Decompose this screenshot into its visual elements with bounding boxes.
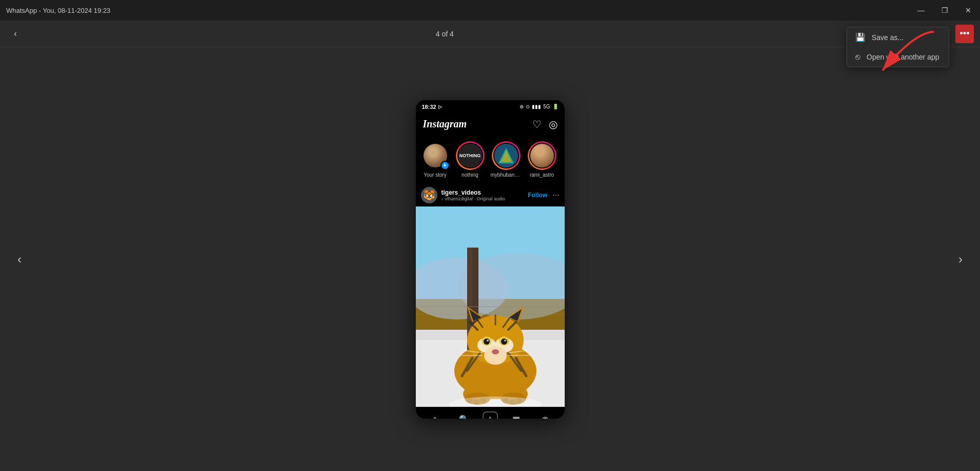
battery-icon: 🔋 — [552, 104, 559, 109]
prev-button[interactable]: ‹ — [8, 248, 31, 271]
svg-point-25 — [487, 340, 489, 342]
dropdown-menu: 💾 Save as... ⎋ Open with another app — [847, 27, 949, 67]
nav-reels-icon[interactable]: ▦ — [506, 409, 527, 419]
page-count: 4 of 4 — [436, 30, 454, 38]
rami-avatar-wrap — [528, 141, 556, 170]
svg-point-24 — [501, 338, 507, 345]
follow-button[interactable]: Follow — [528, 192, 547, 199]
svg-point-20 — [484, 346, 507, 365]
nav-search-icon[interactable]: 🔍 — [454, 409, 474, 419]
titlebar-title: WhatsApp - You, 08-11-2024 19:23 — [6, 7, 110, 14]
wifi-icon: ⊙ — [526, 104, 530, 109]
bluetooth-icon: ⊛ — [520, 104, 524, 109]
signal-icon: ▮▮▮ — [532, 104, 541, 109]
open-with-icon: ⎋ — [855, 52, 860, 62]
titlebar: WhatsApp - You, 08-11-2024 19:23 — ❐ ✕ — [0, 0, 980, 21]
statusbar-right: ⊛ ⊙ ▮▮▮ 5G 🔋 — [520, 104, 558, 109]
svg-point-26 — [504, 340, 506, 342]
next-button[interactable]: › — [949, 248, 972, 271]
more-options-button[interactable]: ••• — [955, 25, 974, 43]
save-as-icon: 💾 — [855, 32, 866, 42]
nav-home-icon[interactable]: ⌂ — [425, 409, 446, 419]
play-icon: ▷ — [438, 104, 442, 109]
save-as-menu-item[interactable]: 💾 Save as... — [847, 27, 949, 47]
post-username[interactable]: tigers_videos — [441, 189, 506, 196]
toolbar-left: ‹ — [6, 25, 25, 43]
main-content: ‹ 18:32 ▷ ⊛ ⊙ ▮▮▮ 5G 🔋 Instagram ♡ ◎ — [0, 47, 980, 471]
titlebar-controls: — ❐ ✕ — [909, 0, 980, 21]
post-header: 🐯 tigers_videos ♪ vthamizdigital · Origi… — [416, 184, 565, 206]
instagram-logo: Instagram — [423, 118, 467, 130]
story-mybhubaneswar[interactable]: mybhubaneswar — [491, 141, 522, 178]
open-with-menu-item[interactable]: ⎋ Open with another app — [847, 47, 949, 67]
story-your-story[interactable]: + Your story — [421, 141, 450, 178]
back-button[interactable]: ‹ — [6, 25, 25, 43]
your-story-avatar-wrap: + — [421, 141, 450, 170]
post-audio: ♪ vthamizdigital · Original audio — [441, 196, 506, 201]
phone-mockup: 18:32 ▷ ⊛ ⊙ ▮▮▮ 5G 🔋 Instagram ♡ ◎ — [416, 100, 565, 419]
statusbar-time: 18:32 ▷ — [422, 104, 442, 110]
rami-avatar-content — [530, 144, 554, 167]
post-user-meta: tigers_videos ♪ vthamizdigital · Origina… — [441, 189, 506, 201]
heart-icon[interactable]: ♡ — [532, 118, 542, 130]
tiger-image — [416, 206, 565, 407]
tiger-scene-svg — [416, 206, 565, 407]
close-button[interactable]: ✕ — [956, 0, 980, 21]
messenger-icon[interactable]: ◎ — [549, 118, 558, 130]
nav-profile-icon[interactable]: ◉ — [535, 409, 555, 419]
maximize-button[interactable]: ❐ — [933, 0, 956, 21]
save-as-menu-label: Save as... — [872, 33, 904, 42]
story-label-your-story: Your story — [424, 172, 447, 178]
rami-avatar-inner — [529, 143, 555, 168]
add-story-badge[interactable]: + — [440, 161, 450, 170]
nothing-avatar-wrap: NOTHING — [456, 141, 485, 170]
mybhu-avatar-inner — [493, 143, 519, 168]
mybhu-avatar-content — [494, 144, 518, 167]
svg-point-27 — [492, 349, 499, 354]
story-label-nothing: nothing — [462, 172, 478, 178]
open-with-menu-label: Open with another app — [867, 53, 939, 61]
post-user-info: 🐯 tigers_videos ♪ vthamizdigital · Origi… — [421, 187, 506, 203]
ig-header-icons: ♡ ◎ — [532, 118, 558, 130]
story-nothing[interactable]: NOTHING nothing — [456, 141, 485, 178]
svg-point-23 — [484, 338, 490, 345]
minimize-button[interactable]: — — [909, 0, 933, 21]
story-label-mybhu: mybhubaneswar — [491, 172, 522, 178]
network-type: 5G — [543, 104, 550, 109]
story-rami-astro[interactable]: rami_astro — [528, 141, 556, 178]
instagram-header: Instagram ♡ ◎ — [416, 114, 565, 135]
nothing-avatar-inner: NOTHING — [457, 143, 483, 168]
post-more-icon[interactable]: ··· — [552, 191, 559, 200]
nav-add-icon[interactable]: + — [483, 411, 498, 419]
phone-statusbar: 18:32 ▷ ⊛ ⊙ ▮▮▮ 5G 🔋 — [416, 100, 565, 114]
phone-bottom-nav: ⌂ 🔍 + ▦ ◉ — [416, 407, 565, 419]
toolbar: ‹ 4 of 4 44% ▾ 💾 Save as... ••• — [0, 21, 980, 47]
story-label-rami: rami_astro — [530, 172, 554, 178]
stories-row: + Your story NOTHING nothing — [416, 135, 565, 184]
nothing-avatar-content: NOTHING — [458, 144, 482, 167]
mybhu-avatar-wrap — [492, 141, 521, 170]
post-avatar: 🐯 — [421, 187, 437, 203]
